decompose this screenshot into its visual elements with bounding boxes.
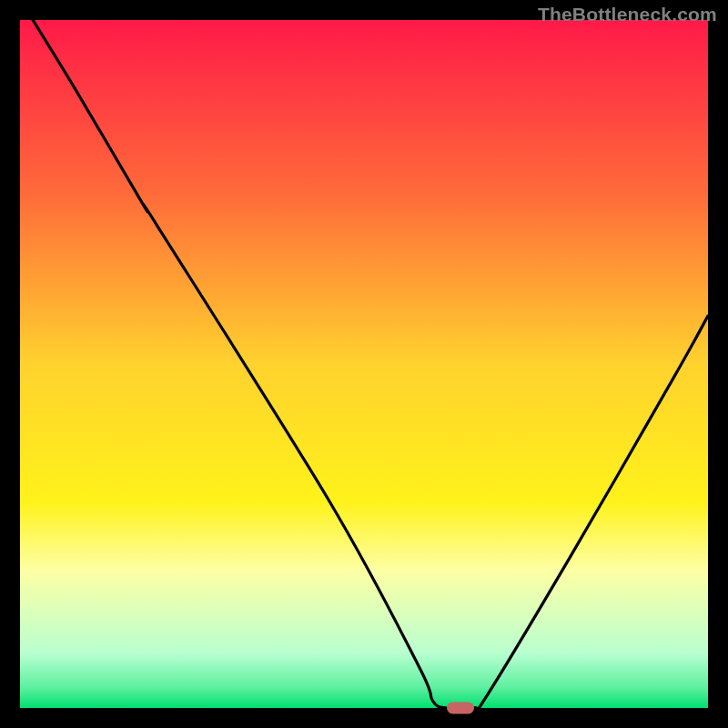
- bottleneck-curve: [20, 20, 708, 708]
- chart-frame: TheBottleneck.com: [0, 0, 728, 728]
- watermark-label: TheBottleneck.com: [538, 4, 717, 25]
- optimal-point-marker: [447, 703, 474, 714]
- plot-area: [20, 20, 708, 708]
